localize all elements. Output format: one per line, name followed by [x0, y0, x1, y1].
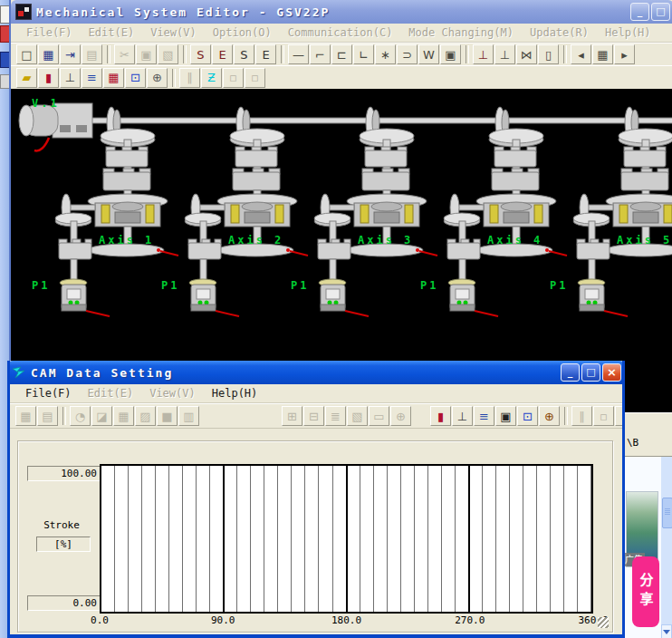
unit-end-button[interactable]: E	[255, 44, 276, 64]
copy-curve-button[interactable]: ⊞	[282, 406, 302, 426]
unit-view-button[interactable]: ‖	[179, 68, 200, 88]
unit-start-icon: S	[240, 49, 247, 61]
insert-start-button[interactable]: S	[190, 44, 211, 64]
menu-item-view[interactable]: View(V)	[141, 386, 204, 401]
browser-scrollbar[interactable]	[661, 457, 672, 638]
p-label-2: P1	[161, 279, 179, 292]
frame-button[interactable]: ▭	[369, 406, 389, 426]
prev-button[interactable]: ◂	[571, 44, 591, 64]
menu-item-help[interactable]: Help(H)	[204, 386, 266, 401]
copy-button[interactable]: ▣	[136, 44, 157, 64]
box1-icon: ▫	[600, 411, 608, 422]
tree-list-button[interactable]: ≡	[82, 68, 102, 88]
unit-button[interactable]: ‖	[571, 406, 592, 426]
share-button[interactable]: 分享	[632, 556, 659, 627]
cam-maximize-button[interactable]: □	[581, 363, 600, 382]
select-area-button[interactable]: ▫	[223, 68, 244, 88]
menu-item-view[interactable]: View(V)	[142, 25, 205, 40]
menu-item-update[interactable]: Update(R)	[522, 25, 597, 40]
major-gridline-270	[468, 466, 470, 612]
menu-item-file[interactable]: File(F)	[18, 25, 81, 40]
bend-right-button[interactable]: ∟	[353, 44, 374, 64]
area-button[interactable]: ▧	[347, 406, 368, 426]
monitor-button[interactable]: ⊡	[517, 406, 538, 426]
cam-titlebar[interactable]: CAM Data Setting _ □ ×	[7, 361, 625, 384]
data-book-button[interactable]: ▮	[430, 406, 451, 426]
select-all-button[interactable]: ▫	[245, 68, 265, 88]
unit-start-button[interactable]: S	[234, 44, 254, 64]
pie-icon: ◔	[75, 411, 85, 422]
monitor-icon: ⊡	[130, 72, 140, 83]
p-label-3: P1	[291, 279, 309, 292]
copy-curve-icon: ⊞	[287, 411, 297, 422]
main-window: Mechanical System Editor - GSV22P _ □ Fi…	[9, 0, 672, 413]
box1-button[interactable]: ▫	[593, 406, 614, 426]
edit-curve-button[interactable]: ⊟	[303, 406, 324, 426]
cam-output-marked-button[interactable]: ⊥	[473, 44, 494, 64]
straight-shaft-button[interactable]: —	[288, 44, 309, 64]
table-button[interactable]: ▥	[178, 406, 199, 426]
cam-button[interactable]: ⊥	[452, 406, 473, 426]
print-button[interactable]: ▤	[37, 406, 58, 426]
save-shift-button[interactable]: ⇥	[60, 44, 81, 64]
y-min-value: 0.00	[27, 595, 101, 611]
paste-button[interactable]: ▧	[158, 44, 178, 64]
cam-minimize-button[interactable]: _	[561, 363, 580, 382]
open-project-button[interactable]: ▰	[16, 68, 37, 88]
print-button[interactable]: ▤	[82, 44, 102, 64]
menu-item-communication[interactable]: Communication(C)	[280, 25, 401, 40]
wrench-icon: ⊕	[544, 411, 554, 422]
minimize-button[interactable]: _	[630, 3, 649, 21]
sequence-button[interactable]: ≡	[474, 406, 494, 426]
bend-left-button[interactable]: ⌐	[310, 44, 331, 64]
bend-up-button[interactable]: ⊃	[397, 44, 418, 64]
save-button[interactable]: ▦	[15, 406, 36, 426]
wrench-button[interactable]: ⊕	[539, 406, 560, 426]
fill-button[interactable]: ■	[157, 406, 178, 426]
block-button[interactable]: ▣	[440, 44, 461, 64]
next-button[interactable]: ▸	[614, 44, 635, 64]
grid-view-button[interactable]: ▦	[592, 44, 613, 64]
scrollbar-thumb[interactable]	[662, 498, 672, 528]
valve-button[interactable]: ⋈	[516, 44, 537, 64]
maximize-button[interactable]: □	[651, 3, 670, 21]
box2-button[interactable]: ▫	[615, 406, 625, 426]
data-book-button[interactable]: ▮	[38, 68, 59, 88]
book-button[interactable]: ▯	[538, 44, 559, 64]
tool-button[interactable]: ⊕	[390, 406, 411, 426]
scrollbar-down-arrow[interactable]	[661, 624, 672, 638]
save-button[interactable]: ▦	[38, 44, 59, 64]
cam-data-button[interactable]: ⊥	[60, 68, 81, 88]
main-titlebar[interactable]: Mechanical System Editor - GSV22P _ □	[11, 0, 672, 24]
resize-grip[interactable]	[598, 617, 609, 628]
new-button[interactable]: □	[16, 44, 37, 64]
cut-button[interactable]: ✂	[114, 44, 135, 64]
cam-close-button[interactable]: ×	[602, 363, 621, 382]
menu-item-option[interactable]: Option(O)	[205, 25, 280, 40]
pie-button[interactable]: ◔	[70, 406, 91, 426]
fill-icon: ■	[161, 411, 172, 422]
monitor-button[interactable]: ⊡	[125, 68, 146, 88]
graph-button[interactable]: ▣	[495, 406, 516, 426]
settings-wrench-button[interactable]: ⊕	[147, 68, 168, 88]
bolt-button[interactable]: Ƶ	[201, 68, 222, 88]
menu-item-file[interactable]: File(F)	[17, 386, 80, 401]
cam-plot-area[interactable]	[100, 464, 593, 614]
worm-button[interactable]: W	[418, 44, 439, 64]
pattern-button[interactable]: ▨	[135, 406, 156, 426]
menu-item-edit[interactable]: Edit(E)	[80, 386, 142, 401]
menu-item-help[interactable]: Help(H)	[597, 25, 659, 40]
gear-button[interactable]: ∗	[375, 44, 396, 64]
bend-right-icon: ∟	[359, 49, 369, 61]
grid-button[interactable]: ▦	[113, 406, 134, 426]
list-button[interactable]: ≣	[325, 406, 346, 426]
print-icon: ▤	[86, 49, 97, 61]
draw-button[interactable]: ◪	[91, 406, 112, 426]
insert-end-button[interactable]: E	[212, 44, 233, 64]
cam-output-button[interactable]: ⊥	[494, 44, 515, 64]
menu-item-edit[interactable]: Edit(E)	[81, 25, 143, 40]
save-all-button[interactable]: ▦	[103, 68, 124, 88]
grid-icon: ▦	[118, 411, 129, 422]
menu-item-mode-changing[interactable]: Mode Changing(M)	[400, 25, 522, 40]
bend-cross-button[interactable]: ⊏	[331, 44, 352, 64]
